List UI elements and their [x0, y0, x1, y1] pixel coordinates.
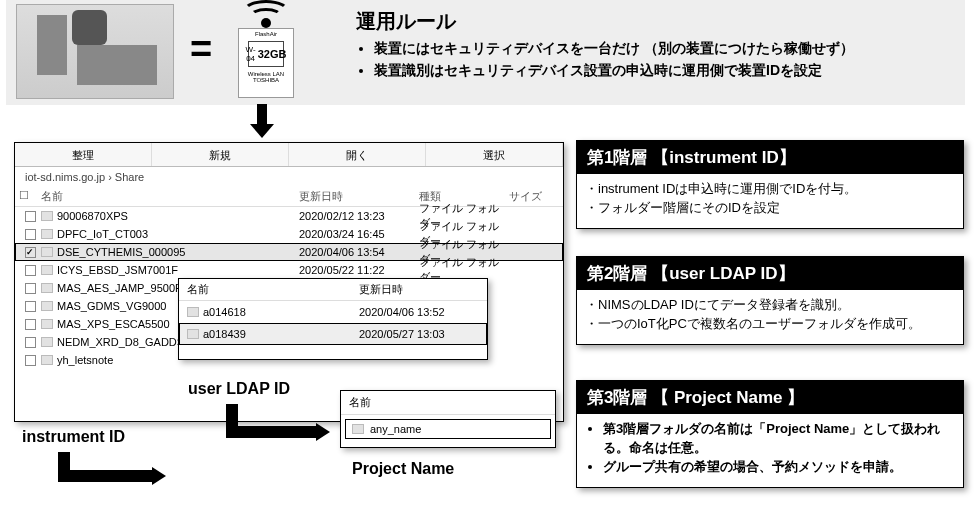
user-folder-panel: 名前 更新日時 a0146182020/04/06 13:52a01843920…	[178, 278, 488, 360]
folder-name: MAS_XPS_ESCA5500	[57, 318, 170, 330]
tier1-info: 第1階層 【instrument ID】 instrument IDは申込時に運…	[576, 140, 964, 229]
folder-name: ICYS_EBSD_JSM7001F	[57, 264, 178, 276]
table-row[interactable]: ICYS_EBSD_JSM7001F2020/05/22 11:22ファイル フ…	[15, 261, 563, 279]
col-check[interactable]: ☐	[19, 189, 41, 204]
folder-name: DPFC_IoT_CT003	[57, 228, 148, 240]
row-date: 2020/04/06 13:52	[359, 306, 479, 318]
tier3-info: 第3階層 【 Project Name 】 第3階層フォルダの名前は「Proje…	[576, 380, 964, 488]
label-project-name: Project Name	[352, 460, 454, 478]
col-date[interactable]: 更新日時	[299, 189, 419, 204]
folder-icon	[41, 355, 53, 365]
folder-icon	[41, 247, 53, 257]
row-date: 2020/05/22 11:22	[299, 264, 419, 276]
sd-card: FlashAir W-0432GB Wireless LAN TOSHIBA	[238, 28, 294, 98]
folder-icon	[41, 229, 53, 239]
down-arrow-icon	[250, 104, 274, 138]
col-name[interactable]: 名前	[41, 189, 299, 204]
rule-item: 装置にはセキュリティデバイスを一台だけ （別の装置につけたら稼働せず）	[374, 38, 854, 60]
tab-new[interactable]: 新規	[152, 143, 289, 166]
row-date: 2020/04/06 13:54	[299, 246, 419, 258]
folder-name: MAS_GDMS_VG9000	[57, 300, 166, 312]
folder-icon	[41, 283, 53, 293]
row-checkbox[interactable]	[19, 283, 41, 294]
col-name[interactable]: 名前	[187, 282, 359, 297]
label-user-ldap-id: user LDAP ID	[188, 380, 290, 398]
equals-icon: =	[190, 28, 212, 71]
folder-name: a014618	[203, 306, 246, 318]
rules-title: 運用ルール	[356, 8, 456, 35]
folder-name: yh_letsnote	[57, 354, 113, 366]
tab-organize[interactable]: 整理	[15, 143, 152, 166]
top-banner: = FlashAir W-0432GB Wireless LAN TOSHIBA…	[6, 0, 965, 105]
folder-icon	[187, 307, 199, 317]
folder-name: a018439	[203, 328, 246, 340]
breadcrumb[interactable]: iot-sd.nims.go.jp › Share	[15, 167, 563, 187]
col-size[interactable]: サイズ	[509, 189, 559, 204]
project-folder-panel: 名前 any_name	[340, 390, 556, 448]
tab-select[interactable]: 選択	[426, 143, 563, 166]
folder-icon	[41, 301, 53, 311]
col-name[interactable]: 名前	[341, 391, 555, 415]
row-checkbox[interactable]	[19, 211, 41, 222]
list-item[interactable]: any_name	[344, 418, 552, 440]
tier1-title: 第1階層 【instrument ID】	[577, 141, 963, 174]
row-checkbox[interactable]	[19, 337, 41, 348]
row-date: 2020/05/27 13:03	[359, 328, 479, 340]
sd-brand-top: FlashAir	[241, 31, 291, 37]
row-date: 2020/02/12 13:23	[299, 210, 419, 222]
folder-name: DSE_CYTHEMIS_000095	[57, 246, 185, 258]
wifi-icon	[242, 0, 290, 26]
list-item[interactable]: a0184392020/05/27 13:03	[179, 323, 487, 345]
folder-name: NEDM_XRD_D8_GADDS	[57, 336, 184, 348]
row-checkbox[interactable]	[19, 319, 41, 330]
row-checkbox[interactable]	[19, 229, 41, 240]
folder-name: any_name	[370, 423, 421, 435]
folder-name: 90006870XPS	[57, 210, 128, 222]
sd-brand-bottom: TOSHIBA	[241, 77, 291, 83]
rule-item: 装置識別はセキュリティデバイス設置の申込時に運用側で装置IDを設定	[374, 60, 854, 82]
folder-name: MAS_AES_JAMP_9500F	[57, 282, 182, 294]
folder-icon	[41, 265, 53, 275]
row-date: 2020/03/24 16:45	[299, 228, 419, 240]
tier3-title: 第3階層 【 Project Name 】	[577, 381, 963, 414]
equipment-photo	[16, 4, 174, 99]
folder-icon	[352, 424, 364, 434]
tier2-title: 第2階層 【user LDAP ID】	[577, 257, 963, 290]
col-date[interactable]: 更新日時	[359, 282, 479, 297]
explorer-toolbar: 整理 新規 開く 選択	[15, 143, 563, 167]
tier2-info: 第2階層 【user LDAP ID】 NIMSのLDAP IDにてデータ登録者…	[576, 256, 964, 345]
row-checkbox[interactable]	[19, 355, 41, 366]
folder-icon	[41, 211, 53, 221]
row-checkbox[interactable]	[19, 301, 41, 312]
label-instrument-id: instrument ID	[22, 428, 125, 446]
folder-icon	[187, 329, 199, 339]
folder-icon	[41, 337, 53, 347]
rules-list: 装置にはセキュリティデバイスを一台だけ （別の装置につけたら稼働せず） 装置識別…	[356, 38, 854, 81]
row-checkbox[interactable]	[19, 247, 41, 258]
folder-icon	[41, 319, 53, 329]
row-checkbox[interactable]	[19, 265, 41, 276]
list-item[interactable]: a0146182020/04/06 13:52	[179, 301, 487, 323]
tab-open[interactable]: 開く	[289, 143, 426, 166]
